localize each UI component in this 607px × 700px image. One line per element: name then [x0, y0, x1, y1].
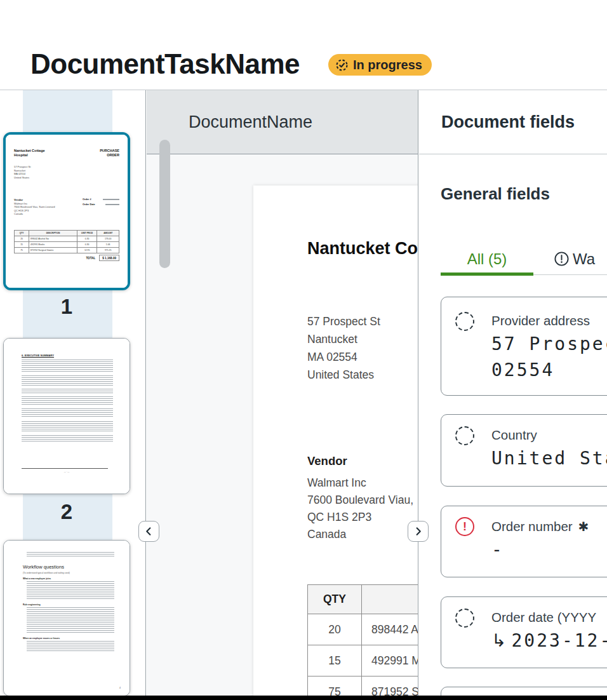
in-progress-clock-icon [335, 58, 349, 72]
thumb1-po-label: PURCHASE ORDER [97, 149, 119, 157]
collapse-thumbnails-button[interactable] [138, 521, 159, 542]
thumb3-page-number: 4 [119, 687, 121, 689]
field-card-order-number[interactable]: ! Order number✱ - [441, 506, 607, 577]
nested-value-arrow-icon: ↳ [491, 630, 506, 651]
page-title: DocumentTaskName [30, 48, 300, 80]
viewer-scrollbar-thumb[interactable] [159, 140, 170, 268]
document-viewer-header: DocumentName [147, 90, 418, 154]
table-row: 20 898442 Al [308, 614, 419, 645]
required-asterisk-icon: ✱ [578, 520, 589, 534]
chevron-left-icon [144, 527, 154, 536]
field-value: 02554 [491, 360, 554, 380]
status-badge-label: In progress [353, 58, 422, 72]
document-page-render: Nantucket Cottage Hospital 57 Prospect S… [253, 185, 418, 696]
tab-all[interactable]: All (5) [441, 243, 533, 274]
page-number-2: 2 [3, 500, 130, 524]
thumb1-doc-title: Nantucket Cottage Hospital [14, 149, 58, 157]
thumb1-vendor: Vendor Walmart Inc7600 Boulevard Viau, S… [14, 198, 55, 216]
document-viewer: DocumentName Nantucket Cottage Hospital … [147, 90, 418, 696]
page-header: DocumentTaskName In progress [0, 0, 607, 90]
expand-fields-button[interactable] [408, 521, 429, 542]
document-vendor-label: Vendor [307, 454, 347, 468]
document-task-page: DocumentTaskName In progress Nantucket C… [0, 0, 607, 700]
table-row: 15 492991 M [308, 645, 419, 676]
page-thumbnail-3[interactable]: Workflow questions (To understand typica… [3, 540, 130, 696]
fields-tabs: All (5) Wa [441, 243, 607, 275]
field-label: Order date (YYYY [491, 610, 596, 625]
tab-warnings[interactable]: Wa [554, 243, 595, 274]
thumb2-heading: 6. EXECUTIVE SUMMARY [22, 354, 113, 357]
thumb3-heading: Workflow questions [23, 564, 114, 570]
tab-all-label: All (5) [467, 250, 507, 268]
fields-panel-header: Document fields [419, 90, 607, 154]
page-thumbnail-1-selected[interactable]: Nantucket Cottage Hospital PURCHASE ORDE… [3, 132, 130, 290]
fields-panel-title: Document fields [441, 112, 575, 132]
field-value: - [491, 539, 504, 560]
field-value: ↳2023-12- [491, 630, 607, 651]
thumb1-order-meta: Order # Order Date [83, 198, 119, 208]
document-vendor-block: Walmart Inc 7600 Boulevard Viau, QC H1S … [307, 475, 413, 543]
field-card-order-date[interactable]: Order date (YYYY ↳2023-12- [441, 596, 607, 668]
tab-warnings-label: Wa [573, 250, 595, 268]
field-label: Country [491, 427, 537, 443]
error-status-icon: ! [455, 517, 474, 536]
field-value: United Sta [491, 448, 607, 469]
table-row: 75 871952 S [308, 676, 419, 696]
document-fields-panel: Document fields General fields All (5) W… [419, 90, 607, 696]
thumbnail-rail: Nantucket Cottage Hospital PURCHASE ORDE… [0, 90, 146, 696]
status-badge: In progress [328, 54, 432, 76]
field-card-provider-address[interactable]: Provider address 57 Prospec 02554 [441, 297, 607, 396]
field-card-partial[interactable] [441, 687, 607, 696]
document-title: Nantucket Cottage Hospital [307, 239, 418, 259]
page-number-1: 1 [3, 295, 130, 319]
thumb1-line-items-table: QTY DESCRIPTION UNIT PRICE AMOUNT 208984… [14, 230, 119, 253]
field-card-country[interactable]: Country United Sta [441, 414, 607, 487]
field-label: Provider address [491, 313, 590, 328]
general-fields-title: General fields [441, 184, 550, 204]
page-thumbnail-2[interactable]: 6. EXECUTIVE SUMMARY — · — [3, 338, 130, 494]
document-address: 57 Prospect St Nantucket MA 02554 United… [307, 313, 380, 384]
thumb1-address: 57 Prospect StNantucket MA 02554United S… [14, 165, 30, 179]
pending-status-icon [455, 426, 474, 445]
document-name: DocumentName [189, 112, 312, 132]
field-value: 57 Prospec [491, 333, 607, 354]
thumb3-subtext: (To understand typical workflows and too… [23, 572, 114, 574]
document-line-items-table: QTY 20 898442 Al 15 492991 M 75 871952 S [307, 584, 418, 696]
chevron-right-icon [413, 527, 423, 536]
bottom-black-bar [0, 696, 607, 700]
pending-status-icon [455, 609, 474, 628]
pending-status-icon [455, 312, 474, 331]
field-label: Order number✱ [491, 519, 589, 534]
warning-circle-icon [554, 251, 570, 267]
thumb1-total-row: TOTAL $ 1,168.00 [14, 255, 119, 261]
active-tab-underline [441, 273, 533, 276]
content-area: Nantucket Cottage Hospital PURCHASE ORDE… [0, 90, 607, 696]
